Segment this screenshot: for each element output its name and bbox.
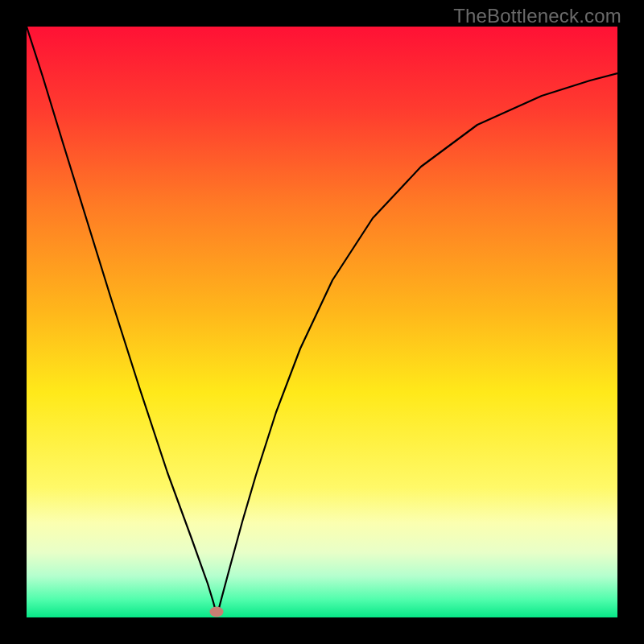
gradient-plot-area bbox=[27, 27, 617, 617]
chart-frame: TheBottleneck.com bbox=[0, 0, 644, 644]
bottleneck-curve bbox=[27, 27, 617, 617]
watermark-text: TheBottleneck.com bbox=[453, 5, 621, 27]
optimal-point-marker bbox=[210, 607, 224, 617]
